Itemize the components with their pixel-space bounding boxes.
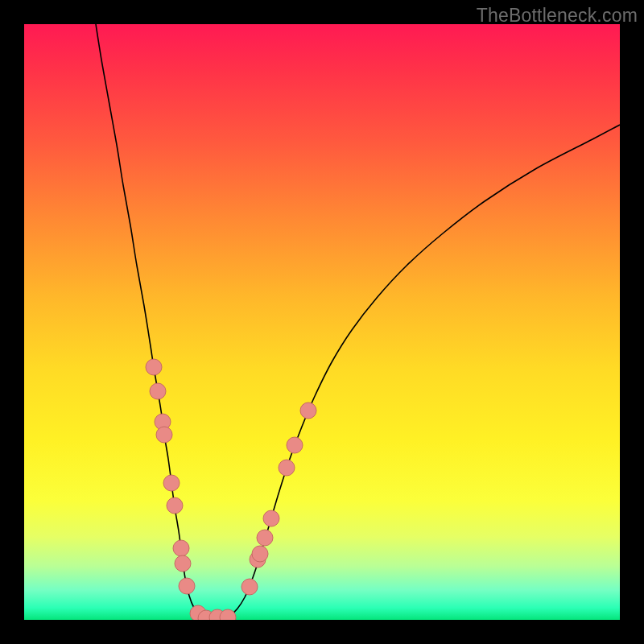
data-dot — [279, 460, 295, 476]
scatter-dots — [24, 24, 620, 620]
data-dot — [175, 555, 191, 572]
data-dot — [179, 578, 195, 594]
watermark-text: TheBottleneck.com — [477, 5, 638, 27]
data-dot — [173, 540, 189, 556]
plot-area — [24, 24, 620, 620]
data-dot — [257, 530, 273, 546]
data-dot — [287, 437, 303, 453]
data-dot — [156, 427, 172, 443]
chart-frame: TheBottleneck.com — [0, 0, 644, 644]
data-dot — [263, 510, 279, 526]
data-dot — [252, 546, 268, 562]
data-dot — [242, 579, 258, 595]
data-dot — [167, 497, 183, 514]
data-dot — [300, 402, 316, 419]
data-dot — [146, 359, 162, 375]
data-dot — [150, 383, 166, 399]
data-dot — [163, 475, 180, 491]
